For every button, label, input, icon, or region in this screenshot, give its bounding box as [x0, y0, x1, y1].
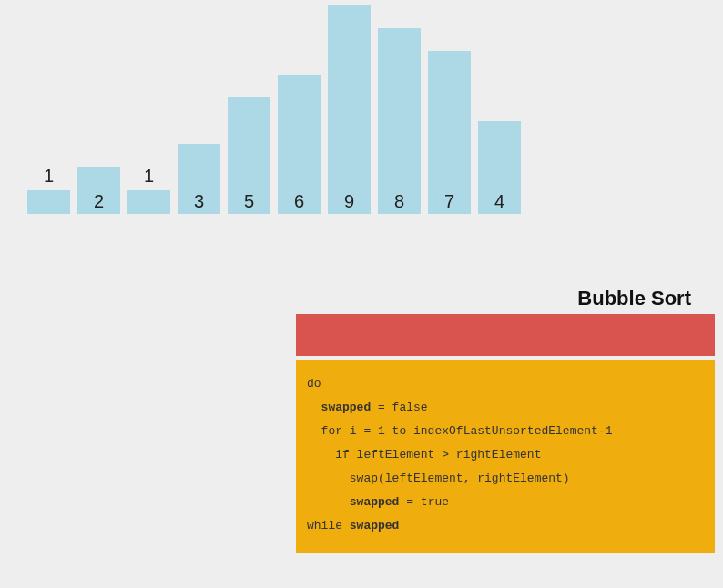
code-text: = false [371, 400, 427, 414]
bar [428, 51, 471, 214]
bar-label: 7 [428, 191, 471, 212]
bars-container: 1213569874 [27, 5, 521, 214]
code-line: if leftElement > rightElement [307, 443, 704, 467]
bar-item: 3 [178, 144, 220, 214]
bar [328, 5, 371, 214]
code-line: swapped = true [307, 491, 704, 514]
bar-item: 4 [478, 121, 521, 214]
code-text [307, 495, 350, 509]
code-text: = true [399, 495, 449, 509]
bar [378, 28, 421, 214]
code-line: while swapped [307, 514, 704, 538]
code-text: while [307, 519, 350, 532]
bar-label: 2 [77, 191, 120, 212]
code-line: swapped = false [307, 396, 704, 420]
code-line: do [307, 372, 704, 396]
bar-label: 4 [478, 191, 521, 212]
pseudocode-block: do swapped = false for i = 1 to indexOfL… [296, 360, 715, 553]
code-line: swap(leftElement, rightElement) [307, 467, 704, 491]
code-keyword: swapped [350, 495, 400, 509]
bar-label: 1 [44, 166, 54, 188]
bar-item: 1 [127, 166, 170, 214]
code-keyword: swapped [321, 400, 372, 414]
code-line: for i = 1 to indexOfLastUnsortedElement-… [307, 420, 704, 443]
bar-item: 9 [328, 5, 371, 214]
bar-label: 1 [144, 166, 154, 188]
bar-item: 6 [278, 75, 321, 214]
bar [127, 190, 170, 214]
bar-item: 5 [228, 97, 270, 214]
algorithm-title: Bubble Sort [577, 287, 691, 310]
bar-label: 5 [228, 191, 270, 212]
bar-label: 6 [278, 191, 321, 212]
bar-label: 9 [328, 191, 371, 212]
bar-item: 2 [77, 167, 120, 214]
bar-item: 1 [27, 166, 70, 214]
bar [27, 190, 70, 214]
bar-label: 8 [378, 191, 421, 212]
bar-item: 8 [378, 28, 421, 214]
bar-label: 3 [178, 191, 220, 212]
bar-chart: 1213569874 [27, 0, 537, 232]
status-banner [296, 314, 715, 356]
code-text [307, 400, 321, 414]
bar-item: 7 [428, 51, 471, 214]
code-keyword: swapped [350, 519, 400, 532]
